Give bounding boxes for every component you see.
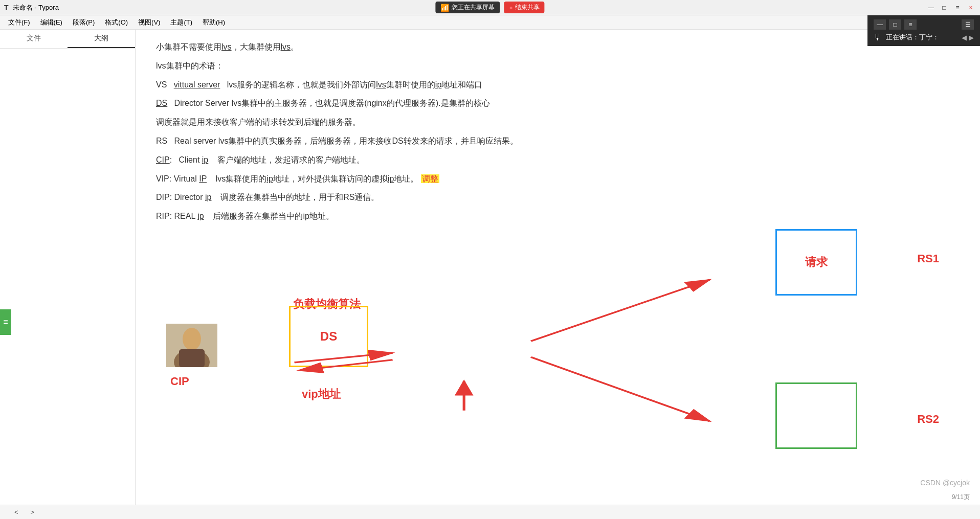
menu-bar: 文件(F) 编辑(E) 段落(P) 格式(O) 视图(V) 主题(T) 帮助(H… [0, 15, 980, 30]
app-body: 文件 大纲 小集群不需要使用lvs，大集群使用lvs。 lvs集群中的术语： V… [0, 30, 980, 505]
rs1-label: RS1 [917, 252, 939, 265]
ds-line: DS Director Server lvs集群中的主服务器，也就是调度器(ng… [156, 96, 960, 111]
meeting-controls: — □ ≡ [874, 19, 917, 30]
menu-theme[interactable]: 主题(T) [166, 17, 196, 28]
rs-desc: lvs集群中的真实服务器，后端服务器，用来接收DS转发来的请求，并且响应结果。 [218, 137, 518, 145]
vip-highlight: 调整 [421, 174, 439, 183]
menu-help[interactable]: 帮助(H) [198, 17, 229, 28]
rs2-box [775, 382, 857, 449]
tab-outline[interactable]: 大纲 [68, 30, 135, 48]
vol-icon2: ▶ [969, 34, 974, 41]
rs1-inner-label: 请求 [805, 255, 828, 270]
cip-name: Client ip [179, 155, 208, 164]
rip-name: REAL ip [174, 212, 204, 220]
meet-window-btn[interactable]: □ [889, 19, 901, 30]
rip-desc: 后端服务器在集群当中的ip地址。 [213, 212, 333, 220]
title-bar-center: 📶 您正在共享屏幕 ● 结束共享 [435, 2, 544, 13]
next-page-btn[interactable]: > [27, 507, 39, 517]
bottom-bar: < > [0, 505, 980, 519]
csdn-watermark: CSDN @cycjok [920, 479, 970, 487]
rip-line: RIP: REAL ip 后端服务器在集群当中的ip地址。 [156, 209, 960, 224]
dip-name: Director ip [174, 193, 212, 201]
title-bar: T 未命名 - Typora 📶 您正在共享屏幕 ● 结束共享 — □ ≡ × [0, 0, 980, 15]
volume-controls: ◀ ▶ [962, 34, 974, 41]
vs-line: VS vittual server lvs服务的逻辑名称，也就是我们外部访问lv… [156, 78, 960, 93]
meeting-panel-bottom: 🎙 正在讲话：丁宁： ◀ ▶ [874, 33, 974, 42]
line1-text: 小集群不需要使用lvs，大集群使用lvs。 [156, 42, 299, 51]
record-icon: ● [509, 4, 513, 11]
stop-share-label: 结束共享 [515, 3, 540, 12]
window-title: 未命名 - Typora [13, 3, 59, 12]
ds-inner-label: DS [320, 329, 337, 344]
rs2-label: RS2 [917, 413, 939, 426]
ds-desc: lvs集群中的主服务器，也就是调度器(nginx的代理服务器).是集群的核心 [232, 99, 490, 107]
minimize-button[interactable]: — [926, 3, 936, 13]
cip-image [166, 324, 217, 367]
menu-file[interactable]: 文件(F) [4, 17, 34, 28]
vol-icon1: ◀ [962, 34, 967, 41]
tab-files[interactable]: 文件 [0, 30, 68, 48]
title-bar-right: — □ ≡ × [926, 3, 976, 13]
meet-menu-btn[interactable]: ≡ [904, 19, 917, 30]
ds-name: Director Server [174, 99, 230, 107]
menu-edit[interactable]: 编辑(E) [36, 17, 66, 28]
content-area[interactable]: 小集群不需要使用lvs，大集群使用lvs。 lvs集群中的术语： VS vitt… [136, 30, 980, 505]
ds-line2-text: 调度器就是用来接收客户端的请求转发到后端的服务器。 [156, 118, 361, 126]
left-toggle-button[interactable]: ≡ [0, 309, 11, 335]
page-number: 9/11页 [952, 493, 970, 502]
menu-format[interactable]: 格式(O) [101, 17, 132, 28]
ds-box: DS [289, 306, 368, 367]
mic-icon: 🎙 [874, 33, 882, 42]
maximize-button[interactable]: □ [939, 3, 949, 13]
menu-view[interactable]: 视图(V) [134, 17, 164, 28]
line-intro: 小集群不需要使用lvs，大集群使用lvs。 [156, 40, 960, 55]
menu-paragraph[interactable]: 段落(P) [69, 17, 99, 28]
rs-name: Real server [174, 137, 216, 145]
close-button[interactable]: × [966, 3, 976, 13]
line-terms-header: lvs集群中的术语： [156, 59, 960, 74]
menu-button[interactable]: ≡ [952, 3, 963, 13]
sidebar: 文件 大纲 [0, 30, 136, 505]
meeting-panel-top: — □ ≡ ☰ [874, 19, 974, 30]
dip-line: DIP: Director ip 调度器在集群当中的地址，用于和RS通信。 [156, 190, 960, 205]
cip-desc: 客户端的地址，发起请求的客户端地址。 [217, 155, 365, 164]
app-icon: T [4, 4, 9, 12]
vs-name: vittual server [174, 80, 220, 89]
cip-line: CIP: Client ip 客户端的地址，发起请求的客户端地址。 [156, 153, 960, 168]
signal-icon: 📶 [440, 4, 449, 12]
share-text: 您正在共享屏幕 [452, 3, 495, 12]
meet-minimize-btn[interactable]: — [874, 19, 886, 30]
meet-extra-btn[interactable]: ☰ [962, 19, 974, 30]
vip-desc: lvs集群使用的ip地址，对外提供集群访问的虚拟ip地址。 [216, 174, 418, 183]
rs-line: RS Real server lvs集群中的真实服务器，后端服务器，用来接收DS… [156, 134, 960, 149]
share-indicator: 📶 您正在共享屏幕 [435, 2, 500, 13]
cip-image-placeholder [166, 324, 217, 367]
diagram-area: 负载均衡算法 DS CIP vip地址 [156, 229, 960, 475]
svg-rect-3 [179, 349, 205, 367]
vip-diagram-label: vip地址 [302, 387, 341, 402]
svg-line-8 [531, 280, 709, 341]
svg-point-1 [183, 328, 201, 350]
speaker-label: 正在讲话：丁宁： [886, 33, 939, 42]
vip-line: VIP: Virtual IP lvs集群使用的ip地址，对外提供集群访问的虚拟… [156, 172, 960, 187]
meeting-panel: — □ ≡ ☰ 🎙 正在讲话：丁宁： ◀ ▶ [867, 15, 980, 46]
rs1-box: 请求 [775, 229, 857, 296]
stop-share-button[interactable]: ● 结束共享 [504, 2, 544, 13]
svg-line-9 [531, 357, 709, 421]
sidebar-tabs: 文件 大纲 [0, 30, 135, 49]
dip-desc: 调度器在集群当中的地址，用于和RS通信。 [220, 193, 379, 201]
ds-line2: 调度器就是用来接收客户端的请求转发到后端的服务器。 [156, 115, 960, 130]
vs-desc: lvs服务的逻辑名称，也就是我们外部访问lvs集群时使用的ip地址和端口 [227, 80, 483, 89]
cip-label: CIP [170, 375, 189, 388]
terms-header-text: lvs集群中的术语： [156, 61, 224, 70]
title-bar-left: T 未命名 - Typora [4, 3, 59, 12]
prev-page-btn[interactable]: < [10, 507, 23, 517]
vip-name: Virtual IP [174, 174, 207, 183]
